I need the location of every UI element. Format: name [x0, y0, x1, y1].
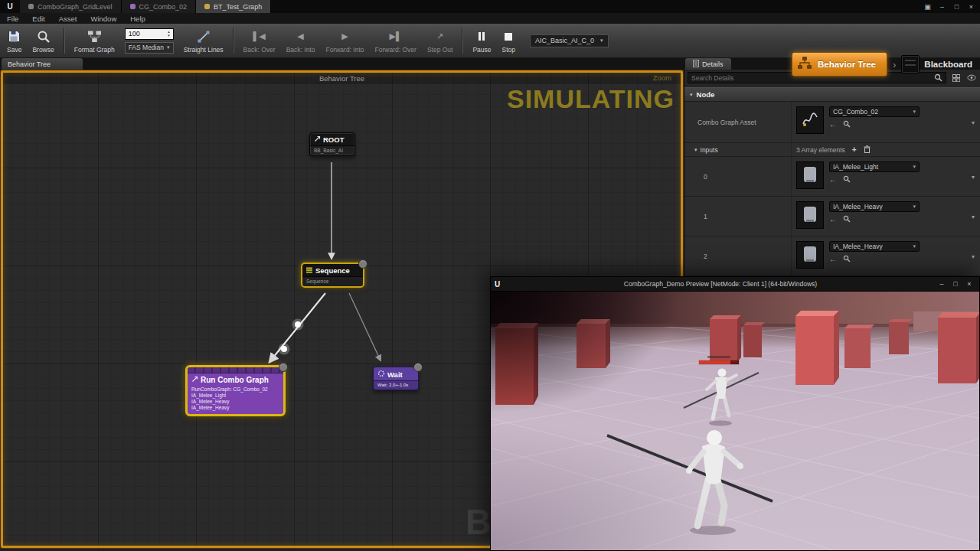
asset-dropdown[interactable]: IA_Melee_Heavy ▾ — [829, 241, 920, 252]
game-viewport[interactable] — [491, 292, 979, 550]
preview-title: ComboGraph_Demo Preview [NetMode: Client… — [510, 280, 931, 288]
expander-icon: ▾ — [694, 147, 697, 153]
chevron-down-icon: ▾ — [913, 243, 916, 249]
property-row-inputs: ▾ Inputs 3 Array elements + — [684, 143, 980, 157]
asset-thumbnail[interactable] — [796, 106, 824, 134]
node-root[interactable]: ROOT BB_Basic_AI — [309, 132, 355, 156]
asset-dropdown[interactable]: CG_Combo_02 ▾ — [829, 106, 920, 117]
preview-titlebar[interactable]: U ComboGraph_Demo Preview [NetMode: Clie… — [491, 277, 979, 292]
node-wait[interactable]: Wait Wait: 2.0+-1.0s — [373, 367, 419, 390]
inputs-expander[interactable]: ▾ Inputs — [684, 143, 792, 156]
menu-help[interactable]: Help — [123, 15, 152, 23]
debug-object-dropdown[interactable]: AIC_Basic_AI_C_0 ▾ — [530, 34, 609, 47]
asset-thumbnail[interactable] — [796, 201, 824, 229]
titlebar-drag-area[interactable] — [271, 0, 921, 13]
asset-thumbnail[interactable] — [796, 161, 824, 189]
use-selected-asset-icon[interactable]: ← — [829, 121, 837, 129]
add-element-icon[interactable]: + — [852, 145, 857, 154]
straight-lines-button[interactable]: Straight Lines — [178, 24, 229, 57]
window-tab-label: ComboGraph_GridLevel — [38, 3, 113, 11]
minimize-button[interactable]: – — [936, 3, 949, 11]
section-label: Node — [697, 90, 715, 99]
tab-behavior-tree-document[interactable]: Behavior Tree — [2, 58, 83, 70]
menu-file[interactable]: File — [0, 15, 25, 23]
layout-algorithm-value: FAS Median — [129, 44, 164, 51]
debug-object-value: AIC_Basic_AI_C_0 — [535, 37, 594, 44]
browse-to-asset-icon[interactable] — [843, 215, 851, 224]
chevron-down-icon: ▾ — [913, 109, 916, 115]
straight-lines-label: Straight Lines — [184, 46, 224, 54]
maximize-button[interactable]: □ — [949, 280, 962, 288]
tab-details-panel[interactable]: Details — [685, 58, 731, 70]
section-node[interactable]: ▾ Node — [684, 87, 980, 102]
expander-icon: ▾ — [690, 92, 693, 98]
node-spacing-input[interactable]: 100 ▴▾ — [125, 28, 174, 40]
node-run-combo-graph[interactable]: Run Combo Graph RunComboGraph: CG_Combo_… — [185, 365, 286, 416]
chevron-down-icon[interactable]: ▾ — [972, 119, 975, 126]
scene-vignette — [491, 420, 736, 550]
step-out-button[interactable]: ↗ Step Out — [422, 24, 459, 57]
asset-dropdown[interactable]: IA_Melee_Light ▾ — [829, 161, 920, 172]
stop-button[interactable]: Stop — [497, 24, 521, 57]
window-tab-behavior-tree[interactable]: BT_Test_Graph — [196, 0, 271, 13]
back-into-icon: ◀ — [297, 28, 303, 45]
scene-shadow-overlay — [491, 292, 682, 414]
close-button[interactable]: × — [965, 3, 978, 11]
menu-edit[interactable]: Edit — [25, 15, 51, 23]
execution-index-badge — [358, 259, 368, 269]
window-tab-level[interactable]: ComboGraph_GridLevel — [20, 0, 122, 13]
browse-to-asset-icon[interactable] — [843, 255, 851, 264]
menu-asset[interactable]: Asset — [52, 15, 84, 23]
node-subtitle: Sequence — [302, 276, 363, 286]
step-out-icon: ↗ — [436, 28, 443, 45]
window-tab-label: BT_Test_Graph — [214, 3, 262, 11]
back-into-button[interactable]: ◀ Back: Into — [281, 24, 321, 57]
blackboard-mode-button[interactable]: Blackboard — [901, 55, 975, 73]
forward-into-button[interactable]: ▶ Forward: Into — [320, 24, 369, 57]
use-selected-asset-icon[interactable]: ← — [829, 256, 837, 263]
save-label: Save — [7, 46, 21, 54]
format-graph-button[interactable]: Format Graph — [69, 24, 120, 57]
behavior-tree-mode-label: Behavior Tree — [818, 60, 876, 69]
spinner-arrows-icon[interactable]: ▴▾ — [165, 30, 173, 37]
element-options-icon[interactable]: ▾ — [972, 213, 975, 220]
element-options-icon[interactable]: ▾ — [972, 173, 975, 180]
element-index: 1 — [684, 197, 792, 236]
browse-to-asset-icon[interactable] — [843, 120, 851, 129]
forward-over-button[interactable]: ▶▌ Forward: Over — [370, 24, 422, 57]
tray-icon[interactable]: ▣ — [921, 3, 934, 11]
node-sequence[interactable]: Sequence Sequence — [301, 262, 364, 288]
behavior-tree-mode-button[interactable]: Behavior Tree — [792, 52, 887, 77]
asset-thumbnail[interactable] — [796, 241, 824, 269]
window-titlebar: U ComboGraph_GridLevel CG_Combo_02 BT_Te… — [0, 0, 980, 13]
browse-to-asset-icon[interactable] — [843, 175, 851, 184]
window-tab-combo-asset[interactable]: CG_Combo_02 — [122, 0, 197, 13]
element-options-icon[interactable]: ▾ — [972, 253, 975, 259]
array-element-row: 2 IA_Melee_Heavy ▾ ← — [684, 236, 980, 276]
maximize-button[interactable]: □ — [950, 3, 963, 11]
menu-window[interactable]: Window — [83, 15, 123, 23]
minimize-button[interactable]: – — [936, 280, 948, 288]
use-selected-asset-icon[interactable]: ← — [829, 176, 837, 184]
enemy-name-text — [707, 356, 730, 358]
zoom-indicator: Zoom — [653, 73, 671, 82]
browse-button[interactable]: Browse — [27, 24, 59, 57]
toolbar-separator — [462, 28, 463, 54]
pause-label: Pause — [472, 46, 491, 54]
delete-elements-icon[interactable] — [864, 145, 871, 155]
forward-over-icon: ▶▌ — [390, 28, 402, 45]
asset-dropdown[interactable]: IA_Melee_Heavy ▾ — [829, 201, 920, 212]
save-button[interactable]: Save — [2, 24, 27, 57]
execution-index-badge — [413, 363, 423, 372]
layout-algorithm-dropdown[interactable]: FAS Median ▾ — [125, 42, 174, 54]
document-tab-label: Behavior Tree — [8, 60, 51, 68]
close-button[interactable]: × — [963, 280, 975, 288]
pause-button[interactable]: Pause — [467, 24, 496, 57]
unreal-logo-icon: U — [495, 280, 505, 289]
graph-title: Behavior Tree — [319, 74, 364, 83]
simulating-watermark: SIMULATING — [507, 84, 675, 114]
use-selected-asset-icon[interactable]: ← — [829, 216, 837, 223]
back-over-button[interactable]: ▌◀ Back: Over — [238, 24, 281, 57]
behavior-tree-tab-icon — [204, 4, 210, 9]
sequence-node-icon — [306, 266, 313, 275]
